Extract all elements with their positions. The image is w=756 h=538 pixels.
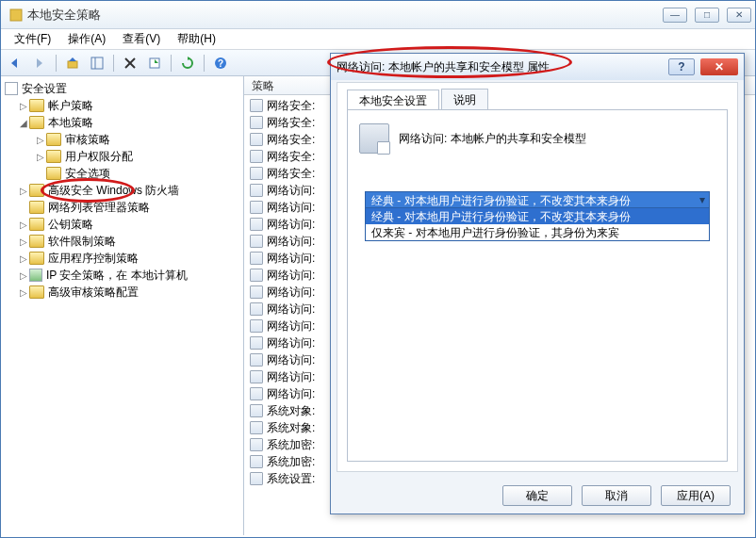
tree-item[interactable]: ▷高级审核策略配置 <box>16 284 241 301</box>
dialog-close-button[interactable]: ✕ <box>700 58 738 75</box>
cancel-button[interactable]: 取消 <box>582 485 651 506</box>
tree-item[interactable]: ▷用户权限分配 <box>33 148 241 165</box>
policy-item-icon <box>250 252 263 265</box>
policy-item-label: 网络访问: <box>267 200 315 216</box>
expand-icon[interactable]: ▷ <box>18 287 29 298</box>
tree-item[interactable]: ◢本地策略 <box>16 114 241 131</box>
tree-item[interactable]: ▷应用程序控制策略 <box>16 250 241 267</box>
policy-item-label: 网络访问: <box>267 386 315 402</box>
tree-item[interactable]: ▷帐户策略 <box>16 97 241 114</box>
back-button[interactable] <box>5 53 25 73</box>
policy-item-icon <box>250 218 263 231</box>
folder-icon <box>46 133 61 146</box>
policy-item-label: 系统对象: <box>267 403 315 419</box>
dialog-titlebar: 网络访问: 本地帐户的共享和安全模型 属性 ? ✕ <box>331 54 744 80</box>
dropdown-option-classic[interactable]: 经典 - 对本地用户进行身份验证，不改变其本来身份 <box>366 208 709 224</box>
tree-item[interactable]: ▷IP 安全策略，在 本地计算机 <box>16 267 241 284</box>
menu-view[interactable]: 查看(V) <box>115 29 168 49</box>
expand-icon[interactable]: ▷ <box>18 186 29 196</box>
tree-root-label: 安全设置 <box>22 81 67 97</box>
policy-item-label: 网络访问: <box>267 234 315 250</box>
folder-icon <box>29 252 44 265</box>
security-model-dropdown[interactable]: 经典 - 对本地用户进行身份验证，不改变其本来身份 经典 - 对本地用户进行身份… <box>365 191 710 241</box>
tree-item[interactable]: 安全选项 <box>33 165 241 182</box>
policy-item-label: 网络访问: <box>267 251 315 267</box>
expand-icon[interactable]: ▷ <box>18 253 29 264</box>
policy-icon <box>359 123 389 154</box>
policy-item-label: 网络访问: <box>267 217 315 233</box>
tree-item[interactable]: ▷公钥策略 <box>16 216 241 233</box>
svg-marker-1 <box>11 58 17 68</box>
policy-item-label: 网络安全: <box>267 115 315 131</box>
up-button[interactable] <box>62 53 83 73</box>
policy-item-label: 网络安全: <box>267 132 315 148</box>
policy-item-icon <box>250 472 263 485</box>
settings-icon <box>5 82 18 95</box>
policy-item-icon <box>250 99 263 112</box>
export-button[interactable] <box>144 53 165 73</box>
policy-item-icon <box>250 370 263 383</box>
maximize-button[interactable]: □ <box>695 8 719 23</box>
menu-action[interactable]: 操作(A) <box>60 29 113 49</box>
tree-item-label: 软件限制策略 <box>48 234 116 250</box>
dialog-tabs: 本地安全设置 说明 <box>347 89 728 109</box>
menu-file[interactable]: 文件(F) <box>7 29 58 49</box>
policy-item-label: 网络安全: <box>267 149 315 165</box>
tree-item-label: IP 安全策略，在 本地计算机 <box>46 268 188 284</box>
expand-icon[interactable]: ▷ <box>35 135 46 145</box>
refresh-button[interactable] <box>177 53 198 73</box>
tree-item[interactable]: 网络列表管理器策略 <box>16 199 241 216</box>
policy-item-label: 网络访问: <box>267 183 315 199</box>
tab-local-security[interactable]: 本地安全设置 <box>347 90 439 110</box>
expand-icon[interactable]: ▷ <box>35 152 46 162</box>
policy-item-label: 网络访问: <box>267 335 315 351</box>
folder-icon <box>29 285 44 299</box>
expand-icon[interactable]: ▷ <box>18 236 29 247</box>
minimize-button[interactable]: ― <box>663 8 687 23</box>
expand-icon[interactable]: ▷ <box>18 101 29 111</box>
tree-item[interactable]: ▷软件限制策略 <box>16 233 241 250</box>
dropdown-selected[interactable]: 经典 - 对本地用户进行身份验证，不改变其本来身份 <box>365 191 710 208</box>
dialog-help-button[interactable]: ? <box>668 58 695 75</box>
expand-icon[interactable]: ▷ <box>18 220 29 230</box>
svg-marker-2 <box>37 58 42 68</box>
window-titlebar: 本地安全策略 ― □ ✕ <box>1 1 755 29</box>
policy-item-icon <box>250 319 263 333</box>
help-button[interactable]: ? <box>210 53 231 73</box>
policy-item-icon <box>250 302 263 316</box>
tree-item[interactable]: ▷高级安全 Windows 防火墙 <box>16 182 241 199</box>
window-title: 本地安全策略 <box>27 7 663 24</box>
policy-item-icon <box>250 336 263 350</box>
tree-item-label: 帐户策略 <box>48 98 93 114</box>
dropdown-list: 经典 - 对本地用户进行身份验证，不改变其本来身份 仅来宾 - 对本地用户进行身… <box>365 208 710 241</box>
expand-icon[interactable]: ▷ <box>18 270 29 281</box>
folder-icon <box>46 167 61 180</box>
tab-explain[interactable]: 说明 <box>441 89 488 109</box>
policy-item-label: 网络安全: <box>267 166 315 182</box>
tree-item[interactable]: ▷审核策略 <box>33 131 241 148</box>
policy-item-label: 网络安全: <box>267 98 315 114</box>
tree-item-label: 高级审核策略配置 <box>48 285 139 301</box>
policy-item-icon <box>250 455 263 468</box>
policy-item-label: 系统设置: <box>267 471 315 487</box>
delete-button[interactable] <box>120 53 140 73</box>
menu-help[interactable]: 帮助(H) <box>170 29 223 49</box>
show-hide-tree-button[interactable] <box>87 53 107 73</box>
apply-button[interactable]: 应用(A) <box>661 485 731 506</box>
ok-button[interactable]: 确定 <box>502 485 572 506</box>
forward-button[interactable] <box>29 53 50 73</box>
folder-icon <box>29 235 44 248</box>
policy-item-icon <box>250 269 263 282</box>
tree-item-label: 高级安全 Windows 防火墙 <box>48 183 179 199</box>
policy-item-label: 网络访问: <box>267 285 315 301</box>
dropdown-option-guest[interactable]: 仅来宾 - 对本地用户进行身份验证，其身份为来宾 <box>366 224 709 240</box>
tree-item-label: 用户权限分配 <box>65 149 133 165</box>
close-window-button[interactable]: ✕ <box>727 8 751 23</box>
svg-text:?: ? <box>218 58 223 69</box>
tree-item-label: 公钥策略 <box>48 217 93 233</box>
policy-item-label: 网络访问: <box>267 318 315 334</box>
tree-root[interactable]: 安全设置 <box>3 80 241 97</box>
policy-item-icon <box>250 184 263 197</box>
expand-icon[interactable]: ◢ <box>18 118 29 128</box>
menubar: 文件(F) 操作(A) 查看(V) 帮助(H) <box>1 29 755 50</box>
